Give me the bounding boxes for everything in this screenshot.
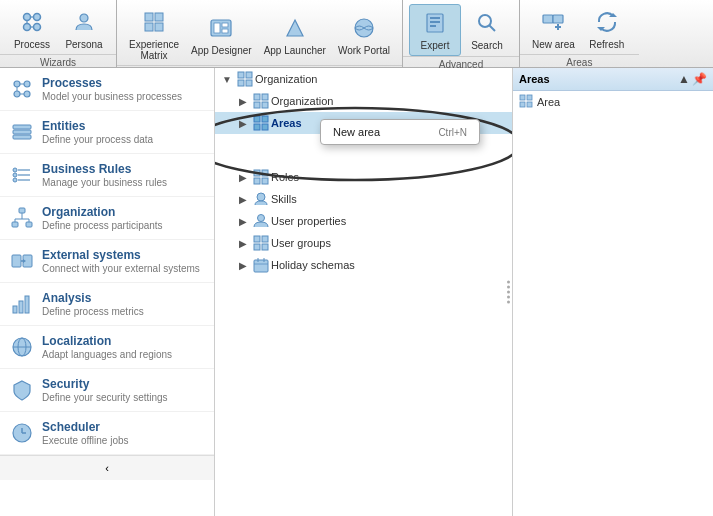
- right-panel-area-label: Area: [537, 96, 560, 108]
- external-systems-text: External systems Connect with your exter…: [42, 248, 204, 274]
- processes-icon: [10, 77, 34, 101]
- tree-expand-org1[interactable]: ▼: [219, 71, 235, 87]
- expert-button[interactable]: Expert: [409, 4, 461, 56]
- svg-marker-16: [287, 20, 303, 36]
- persona-icon: [70, 8, 98, 36]
- business-rules-title: Business Rules: [42, 162, 204, 176]
- tree-expand-org2[interactable]: ▶: [235, 93, 251, 109]
- sidebar-item-scheduler[interactable]: Scheduler Execute offline jobs: [0, 412, 214, 455]
- new-area-icon: [539, 8, 567, 36]
- right-panel-scroll-up[interactable]: ▲: [678, 72, 690, 86]
- context-menu: New area Ctrl+N: [320, 119, 480, 145]
- refresh-label: Refresh: [589, 39, 624, 50]
- svg-rect-14: [222, 23, 228, 27]
- svg-rect-15: [222, 29, 228, 33]
- tree-icon-user-props: [253, 213, 269, 229]
- localization-icon: [10, 335, 34, 359]
- sidebar-item-external-systems[interactable]: External systems Connect with your exter…: [0, 240, 214, 283]
- external-systems-subtitle: Connect with your external systems: [42, 263, 204, 274]
- tree-item-user-groups[interactable]: ▶ User groups: [215, 232, 512, 254]
- svg-rect-78: [254, 170, 260, 176]
- sidebar-item-analysis[interactable]: Analysis Define process metrics: [0, 283, 214, 326]
- tree-area: ▼ Organization ▶: [215, 68, 513, 516]
- tree-item-user-props[interactable]: ▶ User properties: [215, 210, 512, 232]
- svg-rect-75: [254, 124, 260, 130]
- context-menu-new-area[interactable]: New area Ctrl+N: [321, 120, 479, 144]
- tree-label-user-groups: User groups: [271, 237, 331, 249]
- toolbar-group-wizards: Process Persona Wizards: [0, 0, 116, 67]
- tree-expand-holiday-schemas[interactable]: ▶: [235, 257, 251, 273]
- tree-expand-user-groups[interactable]: ▶: [235, 235, 251, 251]
- svg-rect-92: [520, 95, 525, 100]
- app-designer-label: App Designer: [191, 45, 252, 56]
- svg-rect-87: [262, 244, 268, 250]
- business-rules-subtitle: Manage your business rules: [42, 177, 204, 188]
- app-designer-button[interactable]: App Designer: [185, 10, 258, 60]
- tree-resizer[interactable]: [507, 281, 510, 304]
- tree-item-org2[interactable]: ▶ Organization: [215, 90, 512, 112]
- security-icon: [10, 378, 34, 402]
- tree-icon-holiday-schemas: [253, 257, 269, 273]
- toolbar-group-areas: New area Refresh Areas: [520, 0, 639, 67]
- sidebar-collapse-button[interactable]: ‹: [0, 455, 214, 480]
- right-panel-pin[interactable]: 📌: [692, 72, 707, 86]
- svg-point-7: [80, 14, 88, 22]
- sidebar-item-processes[interactable]: Processes Model your business processes: [0, 68, 214, 111]
- svg-rect-84: [254, 236, 260, 242]
- app-launcher-icon: [281, 14, 309, 42]
- collapse-icon: ‹: [105, 462, 109, 474]
- sidebar-item-business-rules[interactable]: Business Rules Manage your business rule…: [0, 154, 214, 197]
- app-designer-icon: [207, 14, 235, 42]
- svg-rect-9: [155, 13, 163, 21]
- tree-expand-roles[interactable]: ▶: [235, 169, 251, 185]
- security-subtitle: Define your security settings: [42, 392, 204, 403]
- svg-rect-73: [254, 116, 260, 122]
- entities-text: Entities Define your process data: [42, 119, 204, 145]
- tree-expand-skills[interactable]: ▶: [235, 191, 251, 207]
- entities-icon: [10, 120, 34, 144]
- process-button[interactable]: Process: [6, 4, 58, 54]
- analysis-icon: [10, 292, 34, 316]
- context-menu-new-area-shortcut: Ctrl+N: [438, 127, 467, 138]
- tree-item-roles[interactable]: ▶ Roles: [215, 166, 512, 188]
- svg-rect-65: [238, 72, 244, 78]
- app-launcher-button[interactable]: App Launcher: [258, 10, 332, 60]
- right-panel: Areas ▲ 📌 Area: [513, 68, 713, 516]
- sidebar-item-organization[interactable]: Organization Define process participants: [0, 197, 214, 240]
- organization-icon: [10, 206, 34, 230]
- right-panel-area-item[interactable]: Area: [513, 91, 713, 113]
- refresh-button[interactable]: Refresh: [581, 4, 633, 54]
- tree-item-org1[interactable]: ▼ Organization: [215, 68, 512, 90]
- svg-rect-24: [553, 15, 563, 23]
- svg-rect-46: [12, 222, 18, 227]
- svg-rect-72: [262, 102, 268, 108]
- tree-icon-org2: [253, 93, 269, 109]
- tree-expand-user-props[interactable]: ▶: [235, 213, 251, 229]
- tree-expand-areas[interactable]: ▶: [235, 115, 251, 131]
- search-button[interactable]: Search: [461, 5, 513, 55]
- work-portal-button[interactable]: Work Portal: [332, 10, 396, 60]
- experience-matrix-button[interactable]: Experience Matrix: [123, 4, 185, 65]
- toolbar-group-apps: Experience Matrix App Designer: [117, 0, 402, 67]
- persona-button[interactable]: Persona: [58, 4, 110, 54]
- sidebar-item-security[interactable]: Security Define your security settings: [0, 369, 214, 412]
- security-title: Security: [42, 377, 204, 391]
- sidebar-item-localization[interactable]: Localization Adapt languages and regions: [0, 326, 214, 369]
- new-area-toolbar-button[interactable]: New area: [526, 4, 581, 54]
- right-panel-area-icon: [519, 94, 533, 110]
- scheduler-icon: [10, 421, 34, 445]
- tree-item-holiday-schemas[interactable]: ▶ Holiday schemas: [215, 254, 512, 276]
- svg-point-32: [24, 91, 30, 97]
- svg-point-0: [24, 14, 31, 21]
- svg-rect-93: [527, 95, 532, 100]
- svg-rect-67: [238, 80, 244, 86]
- toolbar-group-advanced: Expert Search Advanced: [403, 0, 519, 67]
- svg-rect-66: [246, 72, 252, 78]
- process-label: Process: [14, 39, 50, 50]
- tree-label-areas: Areas: [271, 117, 302, 129]
- localization-text: Localization Adapt languages and regions: [42, 334, 204, 360]
- localization-title: Localization: [42, 334, 204, 348]
- tree-item-skills[interactable]: ▶ Skills: [215, 188, 512, 210]
- sidebar-item-entities[interactable]: Entities Define your process data: [0, 111, 214, 154]
- right-panel-title: Areas: [519, 73, 550, 85]
